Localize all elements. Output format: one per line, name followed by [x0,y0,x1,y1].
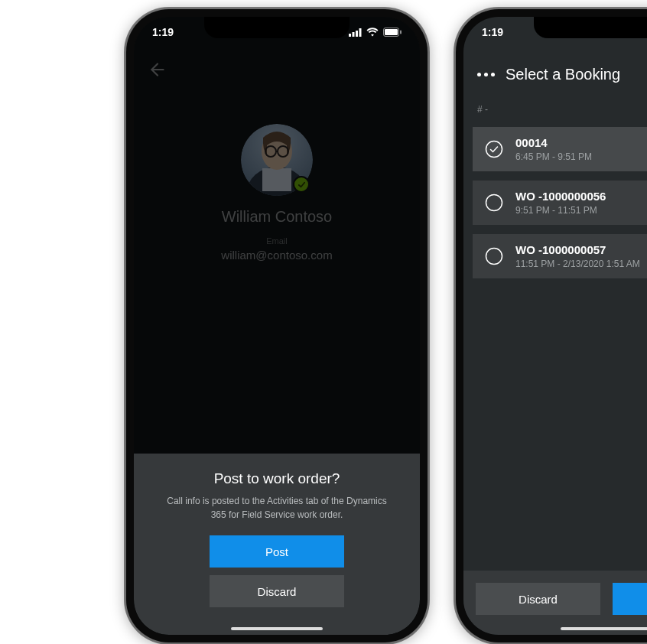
radio-unchecked-icon [485,247,503,265]
booking-title: WO -1000000056 [515,190,606,203]
svg-rect-1 [353,32,355,37]
booking-item-wo57[interactable]: WO -1000000057 11:51 PM - 2/13/2020 1:51… [473,234,647,278]
svg-point-24 [486,195,502,211]
sheet-title: Post to work order? [146,470,408,487]
booking-title: 00014 [515,136,592,149]
discard-button[interactable]: Discard [210,575,344,607]
booking-item-wo56[interactable]: WO -1000000056 9:51 PM - 11:51 PM [473,181,647,225]
radio-unchecked-icon [485,194,503,212]
booking-item-00014[interactable]: 00014 6:45 PM - 9:51 PM [473,127,647,171]
wifi-icon [366,28,379,37]
booking-time: 9:51 PM - 11:51 PM [515,205,606,216]
booking-title: WO -1000000057 [515,243,640,256]
booking-time: 11:51 PM - 2/13/2020 1:51 AM [515,259,640,269]
radio-unselected [485,247,503,265]
svg-rect-5 [385,29,398,35]
svg-rect-6 [400,31,402,34]
select-booking-header: Select a Booking [463,57,647,94]
svg-rect-3 [359,28,362,37]
svg-rect-0 [349,34,351,37]
home-indicator[interactable] [561,627,647,630]
radio-checked-icon [485,140,503,158]
svg-point-25 [486,249,502,265]
discard-button[interactable]: Discard [476,583,600,615]
booking-time: 6:45 PM - 9:51 PM [515,151,592,162]
status-time: 1:19 [152,26,174,38]
more-menu-button[interactable] [477,73,495,76]
booking-list: 00014 6:45 PM - 9:51 PM WO -1000000056 9… [473,127,647,278]
dots-icon [477,73,481,76]
section-heading: # - [477,104,488,115]
confirm-button[interactable] [613,583,647,615]
svg-rect-2 [356,31,358,37]
radio-selected [485,140,503,158]
post-button[interactable]: Post [210,535,344,568]
post-sheet: Post to work order? Call info is posted … [134,454,420,635]
sheet-description: Call info is posted to the Activities ta… [146,495,408,522]
svg-point-23 [486,141,502,158]
status-time: 1:19 [482,26,503,38]
battery-icon [383,28,402,37]
page-title: Select a Booking [506,66,620,83]
home-indicator[interactable] [231,627,323,630]
cellular-icon [349,28,362,37]
booking-footer: Discard [463,571,647,635]
radio-unselected [485,194,503,212]
